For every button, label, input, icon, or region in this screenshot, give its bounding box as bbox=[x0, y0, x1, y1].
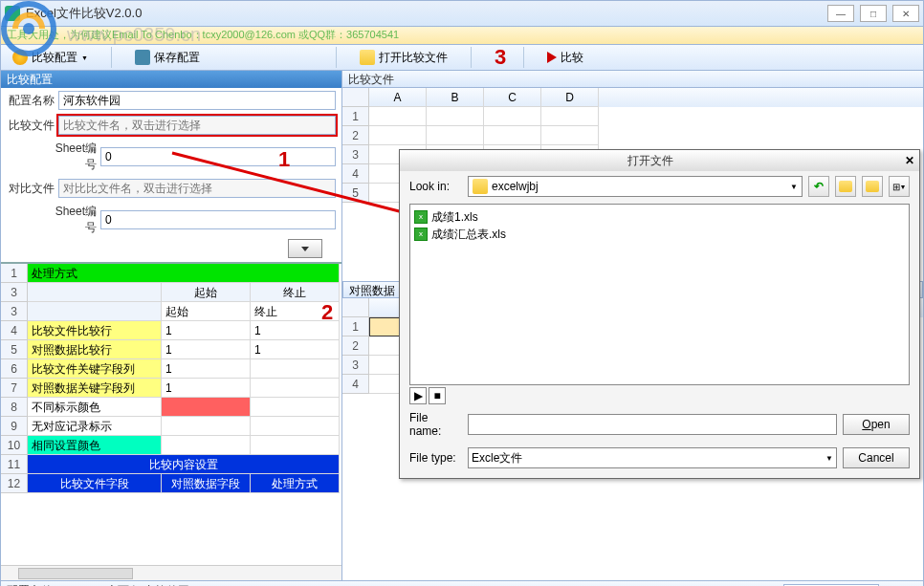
sheet-label2: Sheet编号 bbox=[49, 204, 97, 236]
col-header[interactable]: A bbox=[369, 88, 427, 107]
dialog-close-button[interactable]: ✕ bbox=[900, 154, 919, 167]
grid-cell[interactable]: 1 bbox=[162, 340, 251, 359]
grid-cell[interactable]: 1 bbox=[162, 379, 251, 398]
h-scrollbar[interactable] bbox=[1, 565, 341, 580]
col-header[interactable]: B bbox=[427, 88, 484, 107]
sheet-spin1[interactable] bbox=[100, 147, 336, 166]
row-header[interactable]: 5 bbox=[1, 340, 28, 359]
cell[interactable] bbox=[541, 126, 599, 145]
row-header[interactable]: 3 bbox=[342, 145, 369, 164]
open-file-button[interactable]: 打开比较文件 bbox=[354, 48, 453, 68]
dropdown-button[interactable] bbox=[288, 239, 322, 258]
folder-up-icon bbox=[839, 181, 852, 192]
cell[interactable] bbox=[427, 107, 484, 126]
grid-cell[interactable]: 不同标示颜色 bbox=[28, 398, 162, 417]
grid-header-cell: 起始 bbox=[162, 283, 251, 302]
up-button[interactable] bbox=[835, 176, 856, 197]
row-header[interactable]: 3 bbox=[1, 302, 28, 321]
new-folder-button[interactable] bbox=[862, 176, 883, 197]
row-header[interactable]: 3 bbox=[342, 356, 369, 375]
sheet-spin2[interactable] bbox=[100, 210, 336, 229]
grid-cell[interactable]: 比较文件比较行 bbox=[28, 321, 162, 340]
grid-cell[interactable] bbox=[28, 302, 162, 321]
row-header[interactable]: 5 bbox=[342, 184, 369, 203]
maximize-button[interactable]: □ bbox=[860, 5, 887, 22]
config-name-input[interactable] bbox=[58, 91, 336, 110]
grid-cell[interactable] bbox=[251, 436, 340, 455]
grid-cell[interactable]: 1 bbox=[162, 359, 251, 379]
col-header[interactable]: D bbox=[541, 88, 599, 107]
config-button[interactable]: 比较配置 ▼ bbox=[7, 48, 94, 68]
filename-input[interactable] bbox=[468, 414, 837, 435]
row-header[interactable]: 3 bbox=[1, 283, 28, 302]
folder-icon bbox=[473, 179, 488, 194]
grid-cell[interactable]: 相同设置颜色 bbox=[28, 436, 162, 455]
grid-cell[interactable] bbox=[251, 417, 340, 436]
row-header[interactable]: 1 bbox=[342, 107, 369, 126]
row-header[interactable]: 11 bbox=[1, 455, 28, 474]
grid-cell[interactable]: 对照数据关键字段列 bbox=[28, 379, 162, 398]
cell[interactable] bbox=[427, 126, 484, 145]
grid-cell[interactable]: 1 bbox=[162, 321, 251, 340]
file-item[interactable]: x 成绩1.xls bbox=[414, 208, 905, 226]
lookin-combo[interactable]: excelwjbj ▼ bbox=[468, 176, 803, 197]
row-header[interactable]: 8 bbox=[1, 398, 28, 417]
filetype-value: Excle文件 bbox=[472, 450, 522, 467]
grid-cell[interactable] bbox=[251, 379, 340, 398]
view-button[interactable]: ⊞▼ bbox=[889, 176, 910, 197]
row-header[interactable]: 12 bbox=[1, 474, 28, 493]
row-header[interactable]: 4 bbox=[1, 321, 28, 340]
contrast-file-input[interactable] bbox=[58, 179, 336, 198]
dialog-title: 打开文件 bbox=[400, 153, 900, 169]
nav-play-button[interactable]: ▶ bbox=[409, 387, 427, 404]
xls-icon: x bbox=[414, 228, 428, 241]
grid-cell[interactable]: 1 bbox=[251, 340, 340, 359]
cell[interactable] bbox=[369, 126, 427, 145]
minimize-button[interactable]: — bbox=[827, 5, 854, 22]
grid-cell[interactable]: 起始 bbox=[162, 302, 251, 321]
cell[interactable] bbox=[369, 107, 427, 126]
back-button[interactable]: ↶ bbox=[808, 176, 829, 197]
grid-cell[interactable]: 终止 bbox=[251, 302, 340, 321]
corner-cell[interactable] bbox=[342, 298, 369, 317]
cell[interactable] bbox=[484, 126, 541, 145]
grid-cell[interactable]: 无对应记录标示 bbox=[28, 417, 162, 436]
grid-cell[interactable]: 1 bbox=[251, 321, 340, 340]
grid-cell[interactable] bbox=[162, 417, 251, 436]
col-header[interactable]: C bbox=[484, 88, 541, 107]
status-bar: 配置文件：D:\tools\桌面\河东软件园\excelwjbjsl 0% bbox=[0, 580, 924, 586]
config-name-label: 配置名称 bbox=[7, 93, 55, 109]
compare-button[interactable]: 比较 bbox=[541, 48, 589, 68]
grid-header-cell: 终止 bbox=[251, 283, 340, 302]
file-list[interactable]: x 成绩1.xls x 成绩汇总表.xls bbox=[409, 204, 910, 385]
row-header[interactable]: 1 bbox=[1, 264, 28, 283]
row-header[interactable]: 10 bbox=[1, 436, 28, 455]
corner-cell[interactable] bbox=[342, 88, 369, 107]
row-header[interactable]: 4 bbox=[342, 375, 369, 394]
grid-cell[interactable]: 比较文件关键字段列 bbox=[28, 359, 162, 379]
row-header[interactable]: 9 bbox=[1, 417, 28, 436]
nav-stop-button[interactable]: ■ bbox=[429, 387, 446, 404]
row-header[interactable]: 2 bbox=[342, 126, 369, 145]
status-text: 配置文件：D:\tools\桌面\河东软件园\excelwjbjsl bbox=[7, 583, 783, 587]
row-header[interactable]: 2 bbox=[342, 336, 369, 356]
cancel-button[interactable]: Cancel bbox=[843, 447, 910, 468]
grid-cell[interactable]: 对照数据比较行 bbox=[28, 340, 162, 359]
grid-cell[interactable] bbox=[251, 398, 340, 417]
compare-file-input[interactable] bbox=[58, 116, 336, 135]
cell[interactable] bbox=[484, 107, 541, 126]
grid-cell[interactable]: 处理方式 bbox=[28, 264, 340, 283]
grid-cell[interactable] bbox=[162, 436, 251, 455]
row-header[interactable]: 1 bbox=[342, 317, 369, 336]
cell[interactable] bbox=[541, 107, 599, 126]
file-item[interactable]: x 成绩汇总表.xls bbox=[414, 226, 905, 243]
grid-cell[interactable] bbox=[162, 398, 251, 417]
save-config-button[interactable]: 保存配置 bbox=[129, 48, 206, 68]
filetype-select[interactable]: Excle文件 ▼ bbox=[468, 447, 837, 468]
grid-cell[interactable] bbox=[251, 359, 340, 379]
open-button[interactable]: Open bbox=[843, 414, 910, 435]
row-header[interactable]: 7 bbox=[1, 379, 28, 398]
row-header[interactable]: 6 bbox=[1, 359, 28, 379]
close-button[interactable]: ✕ bbox=[892, 5, 919, 22]
row-header[interactable]: 4 bbox=[342, 164, 369, 184]
